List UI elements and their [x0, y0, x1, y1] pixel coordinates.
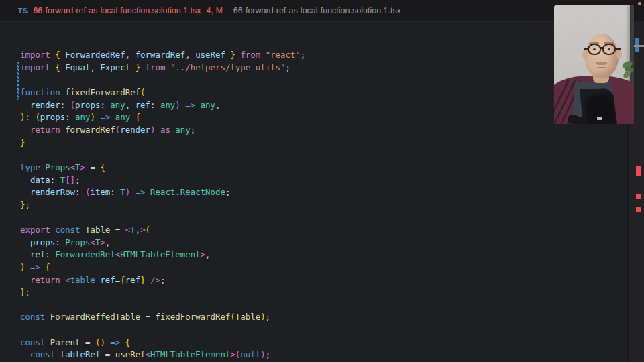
code-line[interactable]: props: Props<T>,: [20, 237, 629, 249]
code-line[interactable]: [20, 299, 629, 312]
code-line[interactable]: function fixedForwardRef(: [20, 86, 629, 99]
left-ear: [582, 50, 588, 59]
error-marker: [636, 194, 641, 199]
presenter-head: [585, 34, 619, 78]
code-line[interactable]: ref: ForwardedRef<HTMLTableElement>,: [20, 249, 629, 261]
mustache: [596, 62, 607, 65]
webcam-overlay: [554, 5, 634, 124]
right-ear: [616, 50, 622, 59]
error-marker: [636, 207, 641, 212]
code-line[interactable]: }: [20, 137, 629, 149]
code-line[interactable]: import { ForwardedRef, forwardRef, useRe…: [20, 49, 629, 62]
code-line[interactable]: renderRow: (item: T) => React.ReactNode;: [20, 186, 629, 199]
code-line[interactable]: const Parent = () => {: [20, 337, 629, 349]
code-line[interactable]: [20, 149, 629, 162]
code-line[interactable]: [20, 74, 629, 87]
code-line[interactable]: [20, 211, 629, 224]
tab-bar: TS 66-forward-ref-as-local-function.solu…: [0, 0, 644, 22]
code-line[interactable]: type Props<T> = {: [20, 162, 629, 174]
window-title: 66-forward-ref-as-local-function.solutio…: [233, 6, 401, 15]
code-line[interactable]: return forwardRef(render) as any;: [20, 124, 629, 137]
tab-filename[interactable]: 66-forward-ref-as-local-function.solutio…: [33, 6, 201, 15]
typescript-file-icon: TS: [18, 7, 28, 15]
code-line[interactable]: render: (props: any, ref: any) => any,: [20, 99, 629, 112]
glasses-bridge: [600, 47, 604, 49]
code-lines: import { ForwardedRef, forwardRef, useRe…: [20, 49, 629, 362]
code-line[interactable]: const ForwardReffedTable = fixedForwardR…: [20, 311, 629, 324]
code-line[interactable]: export const Table = <T,>(: [20, 224, 629, 237]
right-eye: [608, 48, 610, 50]
mouth: [597, 67, 606, 68]
code-line[interactable]: };: [20, 286, 629, 299]
glasses-right-temple: [615, 48, 621, 50]
code-line[interactable]: [20, 324, 629, 337]
git-modified-gutter-indicator: [17, 62, 19, 100]
error-marker: [636, 166, 641, 176]
code-editor[interactable]: import { ForwardedRef, forwardRef, useRe…: [0, 22, 629, 362]
code-line[interactable]: const tableRef = useRef<HTMLTableElement…: [20, 349, 629, 361]
code-line[interactable]: ): (props: any) => any {: [20, 111, 629, 124]
tab-problem-modified-badge: 4, M: [207, 6, 223, 15]
cursor-line-marker: [634, 45, 644, 47]
code-line[interactable]: ) => {: [20, 261, 629, 274]
left-eye: [593, 48, 596, 50]
mic-logo: [597, 117, 602, 120]
code-line[interactable]: return <table ref={ref} />;: [20, 274, 629, 287]
code-line[interactable]: data: T[];: [20, 174, 629, 187]
code-line[interactable]: };: [20, 199, 629, 212]
code-line[interactable]: import { Equal, Expect } from "../helper…: [20, 62, 629, 74]
orange-status-dot: [638, 2, 641, 5]
